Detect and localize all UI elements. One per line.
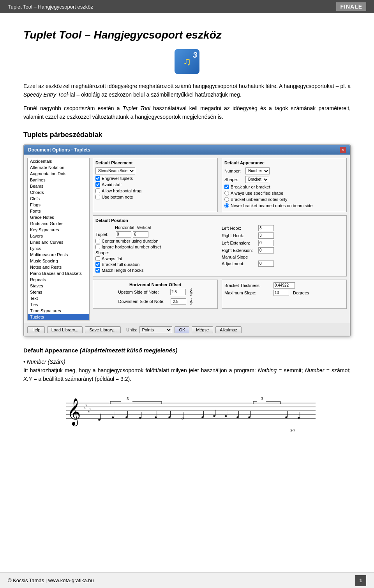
left-hook-input[interactable] [258,225,274,231]
allow-horizontal-drag-label: Allow horizontal drag [102,188,141,193]
number-row: Number: Number Nothing X:Y [224,167,344,174]
never-bracket-row: Never bracket beamed notes on beam side [224,203,344,208]
use-bottom-note-checkbox[interactable] [95,195,100,199]
bracket-full-duration-checkbox[interactable] [95,262,100,267]
placement-select[interactable]: Stem/Beam Side Above Below [95,167,135,174]
help-button[interactable]: Help [27,326,45,333]
list-item-augmentation-dots[interactable]: Augmentation Dots [28,171,89,177]
upstem-label: Upstem Side of Note: [118,290,169,294]
never-bracket-label: Never bracket beamed notes on beam side [231,203,312,208]
maximum-slope-input[interactable] [273,290,289,296]
bracket-full-duration-label: Bracket full duration [102,262,139,267]
degrees-label: Degrees [293,290,309,295]
list-item-time-signatures[interactable]: Time Signatures [28,308,89,314]
shape-row: Shape: Bracket Slur Nothing [224,176,344,183]
use-bottom-note-label: Use bottom note [102,195,133,199]
break-slur-row: Break slur or bracket [224,185,344,189]
always-flat-checkbox[interactable] [95,256,100,261]
allow-horiz-row: Allow horizontal drag [95,188,215,193]
downstem-input[interactable] [171,298,186,305]
allow-horizontal-drag-checkbox[interactable] [95,188,100,193]
maximum-slope-label: Maximum Slope: [224,290,271,295]
list-item-clefs[interactable]: Clefs [28,195,89,202]
bracket-unbeamed-radio[interactable] [224,197,229,202]
list-item-repeats[interactable]: Repeats [28,276,89,283]
list-item-multimeasure-rests[interactable]: Multimeasure Rests [28,252,89,258]
list-item-barlines[interactable]: Barlines [28,177,89,183]
load-library-button[interactable]: Load Library... [47,326,83,333]
tuplet-v-input[interactable] [133,231,148,238]
list-item-lines-curves[interactable]: Lines and Curves [28,239,89,245]
bracket-thickness-input[interactable] [273,282,295,289]
list-item-alternate-notation[interactable]: Alternate Notation [28,164,89,171]
maximum-slope-row: Maximum Slope: Degrees [224,290,344,296]
list-item-fonts[interactable]: Fonts [28,208,89,214]
default-position-section: Default Position Horizontal Vertical Tup… [93,215,347,276]
list-item-staves[interactable]: Staves [28,283,89,289]
list-item-flags[interactable]: Flags [28,202,89,208]
list-item-lyrics[interactable]: Lyrics [28,245,89,252]
list-item-grids-guides[interactable]: Grids and Guides [28,220,89,227]
right-extension-label: Right Extension: [222,248,257,253]
list-item-chords[interactable]: Chords [28,189,89,195]
dialog-title: Document Options - Tuplets [28,147,90,153]
list-item-notes-rests[interactable]: Notes and Rests [28,264,89,270]
list-item-ties[interactable]: Ties [28,301,89,308]
alkalmaz-button[interactable]: Alkalmaz [215,326,242,333]
placement-row: Stem/Beam Side Above Below [95,167,215,174]
ok-button[interactable]: OK [175,326,189,333]
adjustment-input[interactable] [258,261,274,267]
units-select[interactable]: Points Inches Centimeters [139,326,172,333]
break-slur-label: Break slur or bracket [231,185,270,189]
avoid-staff-label: Avoid staff [102,182,122,187]
adjustment-row: Adjustment: [222,261,344,267]
list-item-accidentals[interactable]: Accidentals [28,158,89,164]
number-select[interactable]: Number Nothing X:Y [245,167,270,174]
shape-pos-row: Shape: [95,250,218,255]
upstem-row: Upstem Side of Note: 𝄞 [118,289,192,296]
avoid-staff-row: Avoid staff [95,182,215,187]
list-item-piano-braces[interactable]: Piano Braces and Brackets [28,270,89,276]
never-bracket-radio[interactable] [224,203,229,208]
list-item-beams[interactable]: Beams [28,183,89,189]
right-extension-input[interactable] [258,247,274,254]
always-use-shape-radio[interactable] [224,191,229,195]
shape-select[interactable]: Bracket Slur Nothing [245,176,269,183]
left-extension-input[interactable] [258,240,274,246]
match-length-checkbox[interactable] [95,268,100,273]
engraver-row: Engraver tuplets [95,176,215,181]
avoid-staff-checkbox[interactable] [95,182,100,187]
list-item-text[interactable]: Text [28,295,89,301]
dialog-close-button[interactable]: ✕ [340,147,346,153]
list-item-stems[interactable]: Stems [28,289,89,295]
engraver-tuplets-checkbox[interactable] [95,176,100,181]
always-flat-row: Always flat [95,256,218,261]
center-number-row: Center number using duration [95,239,218,243]
list-item-key-signatures[interactable]: Key Signatures [28,227,89,233]
save-library-button[interactable]: Save Library... [85,326,121,333]
svg-text:#: # [88,408,91,414]
dialog-top-sections: Default Placement Stem/Beam Side Above B… [93,158,347,212]
list-item-tuplets[interactable]: Tuplets [28,314,89,320]
center-number-checkbox[interactable] [95,239,100,243]
page-footer: © Kocsis Tamás | www.kota-grafika.hu 1 [0,572,374,588]
tuplet-pos-label: Tuplet: [95,232,114,237]
tool-icon-wrapper: 3 ♫ [23,49,351,74]
manual-slope-row: Manual Slope [222,255,344,259]
list-item-music-spacing[interactable]: Music Spacing [28,258,89,264]
break-slur-checkbox[interactable] [224,185,229,189]
default-placement-section: Default Placement Stem/Beam Side Above B… [93,158,218,212]
svg-text:♩: ♩ [224,408,228,419]
tuplet-h-input[interactable] [116,231,131,238]
list-item-grace-notes[interactable]: Grace Notes [28,214,89,220]
upstem-input[interactable] [170,289,186,295]
megse-button[interactable]: Mégse [192,326,213,333]
ignore-horizontal-checkbox[interactable] [95,245,100,249]
right-hook-input[interactable] [258,232,274,239]
svg-text:♩: ♩ [247,410,252,420]
intro-paragraph-2: Ennél nagyobb csoportszám esetén a Tuple… [23,104,351,121]
dialog-bottom-section: Horizontal Number Offset Upstem Side of … [93,280,347,309]
bracket-unbeamed-label: Bracket unbeamed notes only [231,197,288,202]
use-bottom-row: Use bottom note [95,195,215,199]
list-item-layers[interactable]: Layers [28,233,89,239]
